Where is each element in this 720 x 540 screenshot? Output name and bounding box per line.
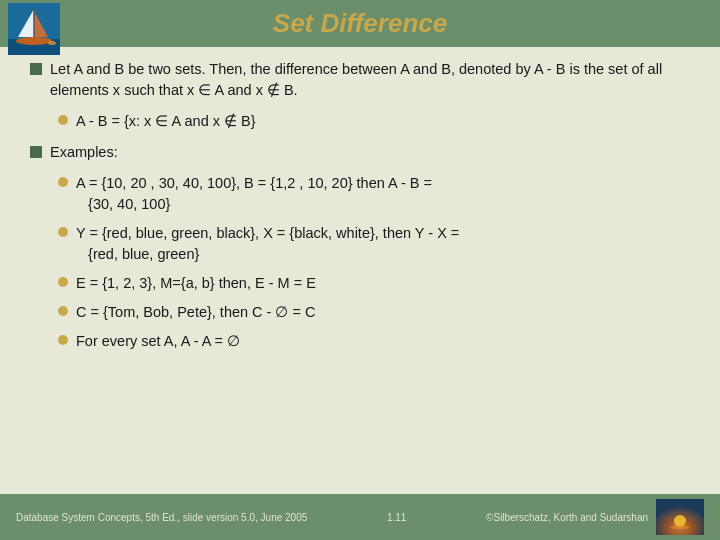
circle-bullet-1-0 bbox=[58, 115, 68, 125]
square-bullet-2 bbox=[30, 146, 42, 158]
main-bullet-2-text: Examples: bbox=[50, 142, 118, 163]
sub-bullet-2-3-text: C = {Tom, Bob, Pete}, then C - ∅ = C bbox=[76, 302, 315, 323]
footer-logo bbox=[656, 499, 704, 535]
circle-bullet-2-4 bbox=[58, 335, 68, 345]
slide-content: Let A and B be two sets. Then, the diffe… bbox=[0, 47, 720, 494]
sub-bullet-2-4: For every set A, A - A = ∅ bbox=[58, 331, 690, 352]
slide-title: Set Difference bbox=[273, 8, 447, 39]
sub-bullet-2-1: Y = {red, blue, green, black}, X = {blac… bbox=[58, 223, 690, 265]
circle-bullet-2-0 bbox=[58, 177, 68, 187]
footer-left: Database System Concepts, 5th Ed., slide… bbox=[16, 512, 307, 523]
svg-point-6 bbox=[48, 41, 56, 45]
circle-bullet-2-2 bbox=[58, 277, 68, 287]
sub-bullet-1-0-text: A - B = {x: x ∈ A and x ∉ B} bbox=[76, 111, 256, 132]
sub-bullet-2-3: C = {Tom, Bob, Pete}, then C - ∅ = C bbox=[58, 302, 690, 323]
sub-bullet-2-1-text: Y = {red, blue, green, black}, X = {blac… bbox=[76, 223, 459, 265]
circle-bullet-2-1 bbox=[58, 227, 68, 237]
sub-items-1: A - B = {x: x ∈ A and x ∉ B} bbox=[58, 111, 690, 136]
circle-bullet-2-3 bbox=[58, 306, 68, 316]
main-bullet-1: Let A and B be two sets. Then, the diffe… bbox=[30, 59, 690, 101]
main-bullet-2: Examples: bbox=[30, 142, 690, 163]
slide: Set Difference Let A and B be two sets. … bbox=[0, 0, 720, 540]
svg-point-5 bbox=[16, 37, 52, 45]
sub-bullet-2-2-text: E = {1, 2, 3}, M={a, b} then, E - M = E bbox=[76, 273, 316, 294]
slide-footer: Database System Concepts, 5th Ed., slide… bbox=[0, 494, 720, 540]
footer-center: 1.11 bbox=[387, 512, 406, 523]
sub-bullet-1-0: A - B = {x: x ∈ A and x ∉ B} bbox=[58, 111, 690, 132]
header-logo bbox=[8, 3, 60, 55]
sub-items-2: A = {10, 20 , 30, 40, 100}, B = {1,2 , 1… bbox=[58, 173, 690, 356]
square-bullet-1 bbox=[30, 63, 42, 75]
svg-point-11 bbox=[670, 525, 690, 529]
sub-bullet-2-0: A = {10, 20 , 30, 40, 100}, B = {1,2 , 1… bbox=[58, 173, 690, 215]
footer-right: ©Silberschatz, Korth and Sudarshan bbox=[486, 512, 648, 523]
sub-bullet-2-0-text: A = {10, 20 , 30, 40, 100}, B = {1,2 , 1… bbox=[76, 173, 432, 215]
sub-bullet-2-4-text: For every set A, A - A = ∅ bbox=[76, 331, 240, 352]
main-bullet-1-text: Let A and B be two sets. Then, the diffe… bbox=[50, 59, 690, 101]
sub-bullet-2-2: E = {1, 2, 3}, M={a, b} then, E - M = E bbox=[58, 273, 690, 294]
slide-header: Set Difference bbox=[0, 0, 720, 47]
